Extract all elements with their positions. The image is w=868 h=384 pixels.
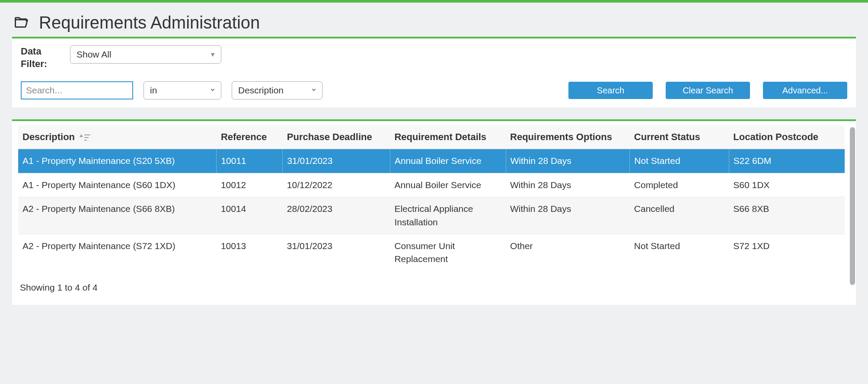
- cell-postcode: S66 8XB: [729, 197, 845, 234]
- cell-description: A1 - Property Maintenance (S60 1DX): [18, 173, 217, 197]
- cell-details: Consumer Unit Replacement: [390, 234, 506, 271]
- cell-postcode: S60 1DX: [729, 173, 845, 197]
- cell-options: Within 28 Days: [506, 173, 630, 197]
- data-filter-select[interactable]: Show All ▼: [70, 45, 221, 64]
- clear-search-button[interactable]: Clear Search: [666, 82, 750, 99]
- cell-details: Annual Boiler Service: [390, 149, 506, 173]
- table-row[interactable]: A2 - Property Maintenance (S72 1XD)10013…: [18, 234, 845, 271]
- col-deadline[interactable]: Purchase Deadline: [283, 125, 390, 149]
- scrollbar-vertical[interactable]: [850, 127, 855, 285]
- results-panel: Description Reference Purchase Deadline …: [12, 119, 856, 305]
- cell-options: Within 28 Days: [506, 197, 630, 234]
- data-filter-label: Data Filter:: [21, 45, 60, 70]
- data-filter-value: Show All: [77, 49, 112, 60]
- sort-asc-icon: [79, 134, 90, 141]
- cell-details: Electrical Appliance Installation: [390, 197, 506, 234]
- col-description-label: Description: [22, 131, 75, 142]
- advanced-button[interactable]: Advanced...: [763, 82, 847, 99]
- cell-deadline: 31/01/2023: [283, 234, 390, 271]
- cell-options: Within 28 Days: [506, 149, 630, 173]
- cell-status: Completed: [630, 173, 729, 197]
- chevron-down-icon: [311, 87, 317, 94]
- cell-details: Annual Boiler Service: [390, 173, 506, 197]
- svg-marker-0: [80, 134, 83, 137]
- table-row[interactable]: A1 - Property Maintenance (S60 1DX)10012…: [18, 173, 845, 197]
- table-row[interactable]: A2 - Property Maintenance (S66 8XB)10014…: [18, 197, 845, 234]
- cell-deadline: 31/01/2023: [283, 149, 390, 173]
- table-header-row: Description Reference Purchase Deadline …: [18, 125, 845, 149]
- cell-status: Not Started: [630, 149, 729, 173]
- page-title: Requirements Administration: [39, 13, 260, 32]
- cell-postcode: S72 1XD: [729, 234, 845, 271]
- field-select[interactable]: Description: [232, 81, 322, 99]
- operator-value: in: [150, 85, 157, 96]
- caret-down-icon: ▼: [210, 51, 216, 58]
- cell-reference: 10012: [217, 173, 283, 197]
- col-reference[interactable]: Reference: [217, 125, 283, 149]
- field-value: Description: [238, 85, 284, 96]
- cell-reference: 10013: [217, 234, 283, 271]
- folder-open-icon: [12, 15, 30, 31]
- cell-deadline: 10/12/2022: [283, 173, 390, 197]
- cell-postcode: S22 6DM: [729, 149, 845, 173]
- table-row[interactable]: A1 - Property Maintenance (S20 5XB)10011…: [18, 149, 845, 173]
- paging-text: Showing 1 to 4 of 4: [18, 271, 852, 294]
- cell-status: Cancelled: [630, 197, 729, 234]
- search-button[interactable]: Search: [568, 82, 653, 99]
- cell-reference: 10014: [217, 197, 283, 234]
- cell-options: Other: [506, 234, 630, 271]
- col-details[interactable]: Requirement Details: [390, 125, 506, 149]
- page-header: Requirements Administration: [12, 13, 856, 32]
- cell-description: A2 - Property Maintenance (S66 8XB): [18, 197, 217, 234]
- cell-reference: 10011: [217, 149, 283, 173]
- cell-description: A2 - Property Maintenance (S72 1XD): [18, 234, 217, 271]
- search-input[interactable]: [21, 81, 133, 99]
- chevron-down-icon: [210, 87, 216, 94]
- col-postcode[interactable]: Location Postcode: [729, 125, 845, 149]
- cell-status: Not Started: [630, 234, 729, 271]
- results-table: Description Reference Purchase Deadline …: [18, 125, 845, 271]
- col-status[interactable]: Current Status: [630, 125, 729, 149]
- filter-panel: Data Filter: Show All ▼ in Description: [12, 37, 856, 107]
- col-options[interactable]: Requirements Options: [506, 125, 630, 149]
- operator-select[interactable]: in: [144, 81, 221, 99]
- col-description[interactable]: Description: [18, 125, 217, 149]
- cell-description: A1 - Property Maintenance (S20 5XB): [18, 149, 217, 173]
- cell-deadline: 28/02/2023: [283, 197, 390, 234]
